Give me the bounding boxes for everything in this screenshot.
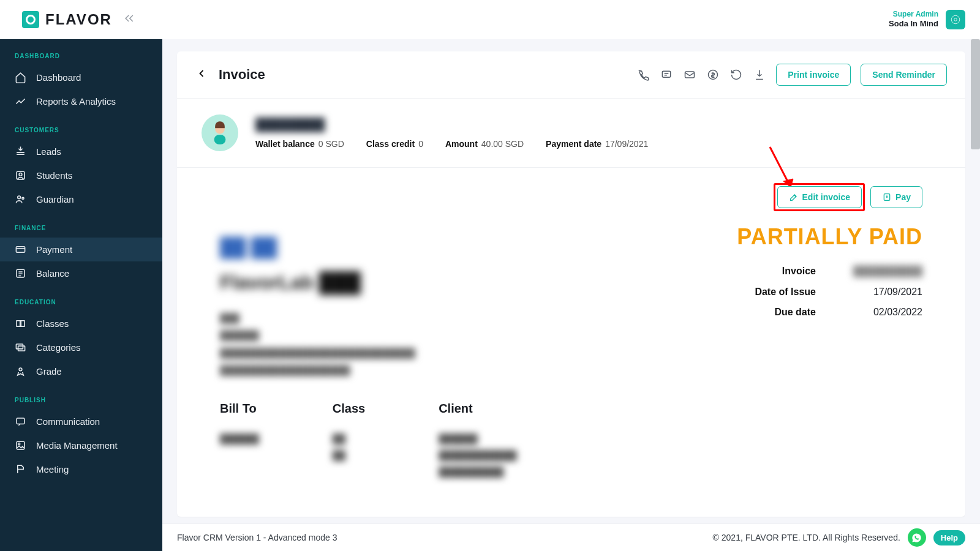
sidebar-item-label: Guardian bbox=[36, 194, 74, 204]
sidebar-item-label: Meeting bbox=[36, 464, 69, 474]
comment-icon[interactable] bbox=[660, 68, 673, 81]
client-value-masked: ██████ ████████████ ██████████ bbox=[439, 430, 517, 480]
pay-button[interactable]: Pay bbox=[870, 186, 922, 208]
download-icon[interactable] bbox=[753, 68, 766, 81]
user-org: Soda In Mind bbox=[889, 19, 938, 29]
svg-rect-19 bbox=[214, 135, 226, 144]
sidebar-item-media[interactable]: Media Management bbox=[0, 433, 162, 457]
sidebar-section-education: EDUCATION bbox=[0, 285, 162, 312]
customer-avatar-icon bbox=[202, 114, 238, 151]
amount-value: 40.00 SGD bbox=[481, 139, 524, 149]
sidebar-item-label: Balance bbox=[36, 268, 69, 279]
sidebar-item-label: Grade bbox=[36, 366, 62, 377]
button-label: Print invoice bbox=[788, 70, 839, 80]
meta-issue-value: 17/09/2021 bbox=[849, 282, 922, 302]
sidebar-section-customers: CUSTOMERS bbox=[0, 113, 162, 140]
button-label: Edit invoice bbox=[802, 192, 851, 202]
svg-point-10 bbox=[19, 368, 22, 371]
sidebar-item-label: Dashboard bbox=[36, 72, 81, 83]
send-reminder-button[interactable]: Send Reminder bbox=[861, 64, 947, 86]
main-content: Invoice Print invoice Send Reminder ████… bbox=[162, 39, 980, 523]
sidebar-item-classes[interactable]: Classes bbox=[0, 312, 162, 335]
topbar: FLAVOR Super Admin Soda In Mind bbox=[0, 0, 980, 39]
button-label: Pay bbox=[895, 192, 911, 202]
history-icon[interactable] bbox=[729, 68, 743, 81]
meta-due-label: Due date bbox=[774, 307, 816, 317]
sidebar-item-label: Leads bbox=[36, 146, 61, 157]
meta-issue-label: Date of Issue bbox=[755, 287, 816, 297]
wallet-balance-value: 0 SGD bbox=[318, 139, 344, 149]
sidebar-item-categories[interactable]: Categories bbox=[0, 335, 162, 359]
mail-icon[interactable] bbox=[683, 68, 696, 81]
class-column-label: Class bbox=[333, 402, 365, 416]
brand-logo[interactable]: FLAVOR bbox=[22, 11, 112, 28]
page-title: Invoice bbox=[219, 67, 265, 83]
client-column-label: Client bbox=[439, 402, 517, 416]
sidebar-item-communication[interactable]: Communication bbox=[0, 410, 162, 433]
sidebar-item-grade[interactable]: Grade bbox=[0, 359, 162, 383]
user-role: Super Admin bbox=[889, 10, 938, 19]
payment-date-label: Payment date bbox=[546, 139, 601, 149]
sidebar-item-label: Reports & Analytics bbox=[36, 96, 116, 107]
meta-invoice-value-masked: ██████████ bbox=[849, 261, 922, 282]
svg-point-1 bbox=[954, 18, 957, 21]
company-name-masked: FlavorLab ███ bbox=[220, 271, 587, 294]
svg-point-0 bbox=[951, 15, 960, 24]
sidebar-item-label: Students bbox=[36, 170, 72, 181]
scrollbar-indicator[interactable] bbox=[971, 39, 980, 149]
sidebar-item-label: Communication bbox=[36, 416, 100, 427]
svg-rect-11 bbox=[17, 418, 24, 424]
wallet-balance-label: Wallet balance bbox=[255, 139, 315, 149]
sidebar-item-leads[interactable]: Leads bbox=[0, 140, 162, 163]
footer: Flavor CRM Version 1 - Advanced mode 3 ©… bbox=[162, 523, 980, 551]
svg-point-5 bbox=[22, 197, 24, 199]
button-label: Send Reminder bbox=[872, 70, 935, 80]
sidebar-section-publish: PUBLISH bbox=[0, 383, 162, 410]
sidebar-section-finance: FINANCE bbox=[0, 211, 162, 238]
back-icon[interactable] bbox=[195, 67, 208, 82]
bill-to-label: Bill To bbox=[220, 402, 259, 416]
brand-name: FLAVOR bbox=[45, 11, 112, 28]
sidebar-item-payment[interactable]: Payment bbox=[0, 238, 162, 261]
sidebar-section-dashboard: DASHBOARD bbox=[0, 39, 162, 66]
svg-rect-14 bbox=[663, 71, 671, 77]
sidebar-item-reports[interactable]: Reports & Analytics bbox=[0, 89, 162, 113]
svg-point-4 bbox=[18, 196, 21, 199]
sidebar: DASHBOARD Dashboard Reports & Analytics … bbox=[0, 39, 162, 551]
meta-due-value: 02/03/2022 bbox=[849, 302, 922, 323]
customer-name-masked: ████████ bbox=[255, 118, 648, 132]
svg-rect-15 bbox=[685, 72, 695, 78]
sidebar-item-dashboard[interactable]: Dashboard bbox=[0, 66, 162, 89]
phone-icon[interactable] bbox=[636, 68, 650, 81]
dollar-icon[interactable] bbox=[706, 68, 720, 81]
sidebar-item-label: Media Management bbox=[36, 440, 118, 451]
edit-invoice-button[interactable]: Edit invoice bbox=[777, 186, 862, 208]
sidebar-item-label: Classes bbox=[36, 318, 69, 329]
sidebar-item-students[interactable]: Students bbox=[0, 163, 162, 187]
sidebar-item-balance[interactable]: Balance bbox=[0, 261, 162, 285]
logo-mark-icon bbox=[22, 11, 39, 28]
meta-invoice-label: Invoice bbox=[782, 266, 816, 276]
footer-version: Flavor CRM Version 1 - Advanced mode 3 bbox=[177, 533, 337, 542]
amount-label: Amount bbox=[445, 139, 478, 149]
sidebar-item-guardian[interactable]: Guardian bbox=[0, 187, 162, 211]
payment-date-value: 17/09/2021 bbox=[605, 139, 648, 149]
class-credit-value: 0 bbox=[418, 139, 423, 149]
svg-rect-6 bbox=[16, 247, 24, 253]
class-value-masked: ██ ██ bbox=[333, 430, 365, 463]
class-credit-label: Class credit bbox=[366, 139, 415, 149]
print-invoice-button[interactable]: Print invoice bbox=[776, 64, 851, 86]
sidebar-item-label: Categories bbox=[36, 342, 81, 353]
help-button[interactable]: Help bbox=[933, 530, 965, 545]
svg-point-13 bbox=[18, 443, 20, 445]
svg-rect-12 bbox=[17, 441, 24, 449]
sidebar-item-meeting[interactable]: Meeting bbox=[0, 457, 162, 481]
user-avatar-icon[interactable] bbox=[946, 10, 965, 29]
invoice-actions-row: Edit invoice Pay bbox=[220, 186, 922, 208]
company-logo-masked: ██ ██ bbox=[220, 237, 587, 258]
sidebar-collapse-icon[interactable] bbox=[123, 12, 135, 28]
svg-point-3 bbox=[19, 173, 22, 176]
whatsapp-icon[interactable] bbox=[908, 528, 926, 547]
company-address-masked: ███ ██████ █████████████████████████████… bbox=[220, 310, 587, 380]
footer-copyright: © 2021, FLAVOR PTE. LTD. All Rights Rese… bbox=[713, 533, 900, 542]
